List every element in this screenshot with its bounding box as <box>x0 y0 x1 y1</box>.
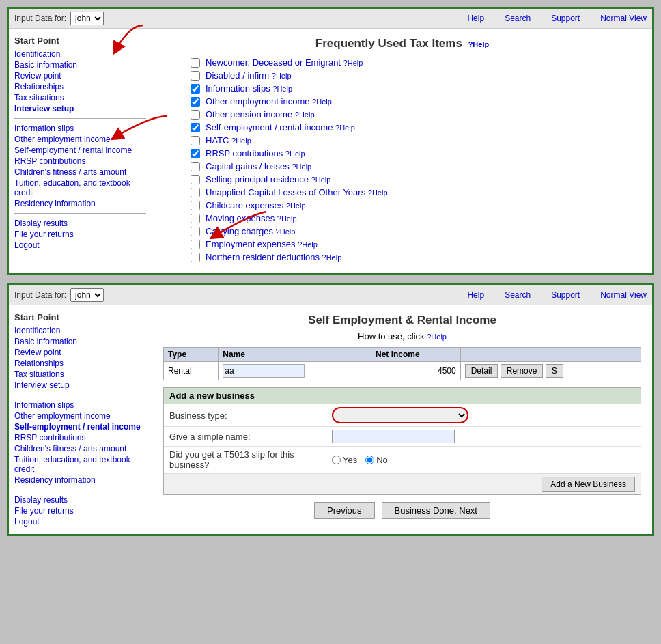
business-done-button[interactable]: Business Done, Next <box>382 502 490 519</box>
checkbox-1[interactable] <box>191 71 200 81</box>
checkbox-5[interactable] <box>191 123 200 132</box>
checklist-help-14[interactable]: ?Help <box>298 240 318 249</box>
sidebar-item-relationships-2[interactable]: Relationships <box>14 358 146 369</box>
checklist-label-3[interactable]: Other employment income ?Help <box>206 96 332 107</box>
checkbox-2[interactable] <box>191 84 200 94</box>
checklist-label-11[interactable]: Childcare expenses ?Help <box>206 200 306 210</box>
checkbox-6[interactable] <box>191 136 200 145</box>
t5013-yes-label[interactable]: Yes <box>332 455 357 465</box>
support-link-1[interactable]: Support <box>551 14 580 23</box>
checklist-help-1[interactable]: ?Help <box>272 72 292 80</box>
search-link-2[interactable]: Search <box>505 290 531 300</box>
checklist-label-8[interactable]: Capital gains / losses ?Help <box>206 161 311 171</box>
sidebar-item-children-2[interactable]: Children's fitness / arts amount <box>14 443 146 454</box>
t5013-no-radio[interactable] <box>365 456 374 464</box>
detail-button[interactable]: Detail <box>465 364 498 378</box>
normal-view-1[interactable]: Normal View <box>600 14 647 23</box>
how-to-help-2[interactable]: ?Help <box>427 333 447 341</box>
sidebar-item-self-employment-2[interactable]: Self-employment / rental income <box>14 421 146 432</box>
sidebar-item-identification-2[interactable]: Identification <box>14 325 146 336</box>
sidebar-item-file-1[interactable]: File your returns <box>14 229 146 240</box>
s-button[interactable]: S <box>546 364 563 378</box>
sidebar-item-residency-2[interactable]: Residency information <box>14 475 146 486</box>
checkbox-3[interactable] <box>191 97 200 107</box>
checklist-label-6[interactable]: HATC ?Help <box>206 135 251 145</box>
checkbox-7[interactable] <box>191 149 200 158</box>
checklist-help-9[interactable]: ?Help <box>311 176 331 184</box>
sidebar-item-other-employment-2[interactable]: Other employment income <box>14 410 146 421</box>
sidebar-item-relationships-1[interactable]: Relationships <box>14 81 146 92</box>
t5013-no-label[interactable]: No <box>365 455 388 465</box>
checkbox-13[interactable] <box>191 227 200 236</box>
remove-button[interactable]: Remove <box>501 364 544 378</box>
sidebar-item-basic-2[interactable]: Basic information <box>14 336 146 347</box>
normal-view-2[interactable]: Normal View <box>600 290 647 300</box>
sidebar-item-tuition-2[interactable]: Tuition, education, and textbook credit <box>14 454 146 475</box>
checklist-help-6[interactable]: ?Help <box>231 137 251 145</box>
checkbox-14[interactable] <box>191 240 200 249</box>
sidebar-item-display-2[interactable]: Display results <box>14 494 146 505</box>
sidebar-item-info-slips-1[interactable]: Information slips <box>14 123 146 134</box>
sidebar-item-residency-1[interactable]: Residency information <box>14 198 146 209</box>
help-link-1[interactable]: Help <box>467 14 484 23</box>
checkbox-4[interactable] <box>191 110 200 120</box>
checklist-label-4[interactable]: Other pension income ?Help <box>206 109 315 120</box>
checklist-help-7[interactable]: ?Help <box>285 150 305 158</box>
sidebar-item-other-employment-1[interactable]: Other employment income <box>14 134 146 145</box>
checklist-help-3[interactable]: ?Help <box>312 98 332 106</box>
user-select-1[interactable]: john <box>70 12 104 25</box>
sidebar-item-basic-1[interactable]: Basic information <box>14 59 146 70</box>
support-link-2[interactable]: Support <box>551 290 580 300</box>
checklist-help-8[interactable]: ?Help <box>292 163 311 171</box>
checkbox-12[interactable] <box>191 214 200 223</box>
search-link-1[interactable]: Search <box>505 14 531 23</box>
simple-name-input[interactable] <box>332 430 455 443</box>
checkbox-11[interactable] <box>191 201 200 210</box>
add-new-business-button[interactable]: Add a New Business <box>542 477 635 492</box>
sidebar-item-review-1[interactable]: Review point <box>14 70 146 81</box>
checklist-label-9[interactable]: Selling principal residence ?Help <box>206 174 330 184</box>
sidebar-item-self-employment-1[interactable]: Self-employment / rental income <box>14 145 146 156</box>
help-link-2[interactable]: Help <box>467 290 484 300</box>
checklist-label-7[interactable]: RRSP contributions ?Help <box>206 148 305 158</box>
checklist-help-12[interactable]: ?Help <box>277 214 297 223</box>
checkbox-9[interactable] <box>191 175 200 184</box>
checklist-help-4[interactable]: ?Help <box>295 111 315 119</box>
checklist-label-5[interactable]: Self-employment / rental income ?Help <box>206 122 355 132</box>
sidebar-item-review-2[interactable]: Review point <box>14 347 146 358</box>
checklist-help-5[interactable]: ?Help <box>335 124 355 132</box>
t5013-yes-radio[interactable] <box>332 456 341 464</box>
main-title-help-1[interactable]: ?Help <box>468 40 490 48</box>
checklist-label-12[interactable]: Moving expenses ?Help <box>206 213 297 223</box>
sidebar-item-rrsp-1[interactable]: RRSP contributions <box>14 156 146 167</box>
checkbox-8[interactable] <box>191 162 200 171</box>
sidebar-item-children-1[interactable]: Children's fitness / arts amount <box>14 167 146 178</box>
name-input[interactable] <box>223 364 305 378</box>
checklist-label-14[interactable]: Employment expenses ?Help <box>206 239 318 249</box>
sidebar-item-interview-2[interactable]: Interview setup <box>14 380 146 391</box>
checklist-label-2[interactable]: Information slips ?Help <box>206 83 292 94</box>
previous-button[interactable]: Previous <box>314 502 375 519</box>
sidebar-item-rrsp-2[interactable]: RRSP contributions <box>14 432 146 443</box>
checklist-help-11[interactable]: ?Help <box>286 201 306 210</box>
sidebar-item-tax-2[interactable]: Tax situations <box>14 369 146 380</box>
sidebar-item-tax-1[interactable]: Tax situations <box>14 92 146 103</box>
sidebar-item-identification-1[interactable]: Identification <box>14 48 146 59</box>
sidebar-item-info-slips-2[interactable]: Information slips <box>14 400 146 410</box>
sidebar-item-logout-1[interactable]: Logout <box>14 240 146 251</box>
checklist-help-2[interactable]: ?Help <box>272 85 292 93</box>
sidebar-item-logout-2[interactable]: Logout <box>14 516 146 527</box>
checkbox-10[interactable] <box>191 188 200 197</box>
checklist-label-15[interactable]: Northern resident deductions ?Help <box>206 252 341 262</box>
checklist-help-13[interactable]: ?Help <box>276 227 296 236</box>
checklist-label-13[interactable]: Carrying charges ?Help <box>206 226 295 236</box>
sidebar-item-display-1[interactable]: Display results <box>14 218 146 229</box>
business-type-select[interactable] <box>332 407 468 423</box>
user-select-2[interactable]: john <box>70 288 104 302</box>
sidebar-item-interview-1[interactable]: Interview setup <box>14 103 146 114</box>
checklist-label-1[interactable]: Disabled / infirm ?Help <box>206 70 292 81</box>
checkbox-0[interactable] <box>191 58 200 68</box>
sidebar-item-file-2[interactable]: File your returns <box>14 505 146 516</box>
sidebar-item-tuition-1[interactable]: Tuition, education, and textbook credit <box>14 178 146 198</box>
checklist-help-0[interactable]: ?Help <box>343 59 363 67</box>
